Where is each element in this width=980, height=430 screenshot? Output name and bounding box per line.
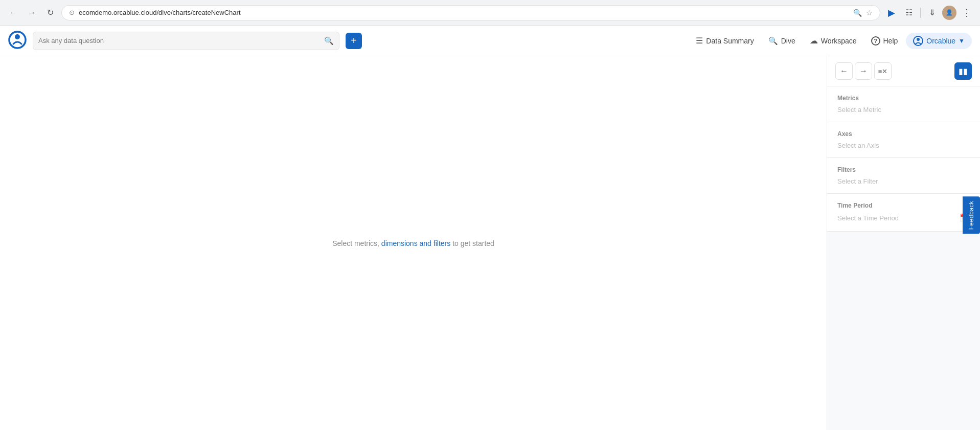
nav-workspace[interactable]: ☁ Workspace (804, 33, 863, 49)
time-period-select[interactable]: Select a Time Period (837, 214, 899, 222)
panel-forward-icon: → (859, 66, 868, 76)
panel-clear-btn[interactable]: ≡✕ (874, 62, 892, 80)
search-bar: 🔍 (33, 32, 339, 50)
svg-point-1 (15, 34, 20, 39)
browser-action-btn[interactable]: ▶ (884, 6, 899, 20)
panel-pause-btn[interactable]: ▮▮ (954, 62, 972, 80)
divider (920, 8, 921, 18)
orcablue-logo-icon (913, 36, 923, 46)
orcablue-dropdown-btn[interactable]: Orcablue ▼ (906, 33, 972, 49)
address-input[interactable] (79, 9, 849, 16)
time-period-label: Time Period (837, 202, 970, 209)
panel-clear-icon: ≡✕ (878, 67, 888, 75)
panel-sections: Metrics Select a Metric Axes Select an A… (827, 86, 980, 430)
search-icon: 🔍 (324, 36, 334, 46)
panel-back-btn[interactable]: ← (835, 62, 853, 80)
browser-forward-btn[interactable]: → (25, 6, 39, 20)
browser-extensions-btn[interactable]: ☷ (902, 6, 916, 20)
panel-section-axes: Axes Select an Axis (827, 122, 980, 158)
search-input[interactable] (38, 37, 320, 44)
app-container: 🔍 + ☰ Data Summary 🔍 Dive ☁ Workspace ? … (0, 26, 980, 430)
feedback-wrapper: Feedback (963, 196, 980, 234)
nav-dive[interactable]: 🔍 Dive (762, 33, 802, 49)
help-icon: ? (871, 36, 880, 46)
user-avatar[interactable]: 👤 (942, 6, 956, 20)
canvas-message: Select metrics, dimensions and filters t… (332, 239, 494, 247)
browser-download-btn[interactable]: ⇓ (925, 6, 939, 20)
canvas-area: Select metrics, dimensions and filters t… (0, 56, 827, 430)
main-content: Select metrics, dimensions and filters t… (0, 56, 980, 430)
svg-point-3 (917, 38, 920, 41)
nav-dive-label: Dive (781, 37, 795, 45)
axes-label: Axes (837, 130, 970, 138)
panel-section-metrics: Metrics Select a Metric (827, 86, 980, 122)
right-panel: ← → ≡✕ ▮▮ Metrics Select a Metric (827, 56, 980, 430)
nav-data-summary-label: Data Summary (706, 37, 754, 45)
data-summary-icon: ☰ (696, 36, 703, 46)
nav-help-label: Help (883, 37, 898, 45)
add-icon: + (351, 35, 357, 47)
nav-data-summary[interactable]: ☰ Data Summary (690, 33, 760, 49)
address-bar: ⊙ 🔍 ☆ (61, 5, 880, 20)
browser-reload-btn[interactable]: ↻ (43, 6, 57, 20)
browser-menu-btn[interactable]: ⋮ (960, 6, 974, 20)
panel-toolbar: ← → ≡✕ ▮▮ (827, 56, 980, 86)
nav-help[interactable]: ? Help (865, 33, 904, 49)
logo[interactable] (8, 31, 27, 51)
panel-forward-btn[interactable]: → (855, 62, 872, 80)
top-nav: 🔍 + ☰ Data Summary 🔍 Dive ☁ Workspace ? … (0, 26, 980, 56)
metrics-label: Metrics (837, 95, 970, 102)
metrics-select[interactable]: Select a Metric (837, 106, 970, 114)
filters-select[interactable]: Select a Filter (837, 177, 970, 185)
nav-workspace-label: Workspace (821, 37, 857, 45)
time-period-row: Select a Time Period 📅 (837, 213, 970, 223)
browser-chrome: ← → ↻ ⊙ 🔍 ☆ ▶ ☷ ⇓ 👤 ⋮ (0, 0, 980, 26)
address-icon: ⊙ (69, 9, 75, 16)
orcablue-label: Orcablue (926, 37, 955, 45)
add-button[interactable]: + (346, 33, 362, 49)
dive-icon: 🔍 (768, 36, 778, 46)
panel-section-time-period: Time Period Select a Time Period 📅 (827, 194, 980, 232)
address-search-icon: 🔍 (853, 9, 862, 17)
canvas-message-link[interactable]: dimensions and filters (381, 239, 450, 247)
svg-point-0 (9, 32, 26, 48)
nav-links: ☰ Data Summary 🔍 Dive ☁ Workspace ? Help (690, 33, 972, 49)
browser-back-btn[interactable]: ← (6, 6, 20, 20)
orcablue-dropdown-icon: ▼ (959, 37, 965, 44)
panel-pause-icon: ▮▮ (959, 66, 968, 76)
panel-section-filters: Filters Select a Filter (827, 158, 980, 194)
panel-back-icon: ← (840, 66, 848, 76)
axes-select[interactable]: Select an Axis (837, 142, 970, 149)
address-star-icon[interactable]: ☆ (866, 9, 873, 17)
browser-right-icons: ▶ ☷ ⇓ 👤 ⋮ (884, 6, 974, 20)
feedback-tab[interactable]: Feedback (963, 196, 980, 234)
canvas-message-tail: to get started (450, 239, 494, 247)
filters-label: Filters (837, 166, 970, 173)
workspace-icon: ☁ (810, 36, 818, 46)
canvas-message-plain: Select metrics, (332, 239, 381, 247)
